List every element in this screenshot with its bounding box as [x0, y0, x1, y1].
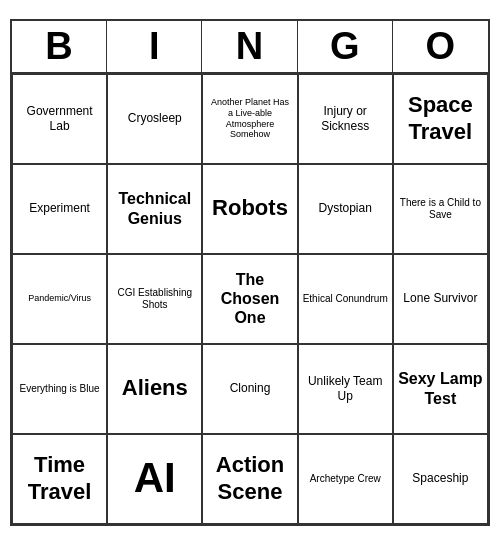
bingo-cell: Government Lab	[12, 74, 107, 164]
header-letter: B	[12, 21, 107, 72]
bingo-cell: AI	[107, 434, 202, 524]
bingo-cell: Spaceship	[393, 434, 488, 524]
bingo-cell: Lone Survivor	[393, 254, 488, 344]
bingo-cell: The Chosen One	[202, 254, 297, 344]
bingo-cell: CGI Establishing Shots	[107, 254, 202, 344]
bingo-card: BINGO Government LabCryosleepAnother Pla…	[10, 19, 490, 526]
bingo-grid: Government LabCryosleepAnother Planet Ha…	[12, 74, 488, 524]
bingo-cell: Archetype Crew	[298, 434, 393, 524]
header-letter: N	[202, 21, 297, 72]
bingo-cell: There is a Child to Save	[393, 164, 488, 254]
bingo-cell: Action Scene	[202, 434, 297, 524]
bingo-cell: Space Travel	[393, 74, 488, 164]
bingo-cell: Injury or Sickness	[298, 74, 393, 164]
bingo-cell: Cryosleep	[107, 74, 202, 164]
bingo-cell: Aliens	[107, 344, 202, 434]
bingo-cell: Technical Genius	[107, 164, 202, 254]
header-letter: O	[393, 21, 488, 72]
bingo-cell: Dystopian	[298, 164, 393, 254]
header-letter: I	[107, 21, 202, 72]
header-letter: G	[298, 21, 393, 72]
bingo-cell: Everything is Blue	[12, 344, 107, 434]
bingo-cell: Time Travel	[12, 434, 107, 524]
bingo-cell: Ethical Conundrum	[298, 254, 393, 344]
bingo-cell: Sexy Lamp Test	[393, 344, 488, 434]
bingo-cell: Pandemic/Virus	[12, 254, 107, 344]
bingo-cell: Robots	[202, 164, 297, 254]
bingo-cell: Experiment	[12, 164, 107, 254]
bingo-cell: Another Planet Has a Live-able Atmospher…	[202, 74, 297, 164]
bingo-header: BINGO	[12, 21, 488, 74]
bingo-cell: Cloning	[202, 344, 297, 434]
bingo-cell: Unlikely Team Up	[298, 344, 393, 434]
